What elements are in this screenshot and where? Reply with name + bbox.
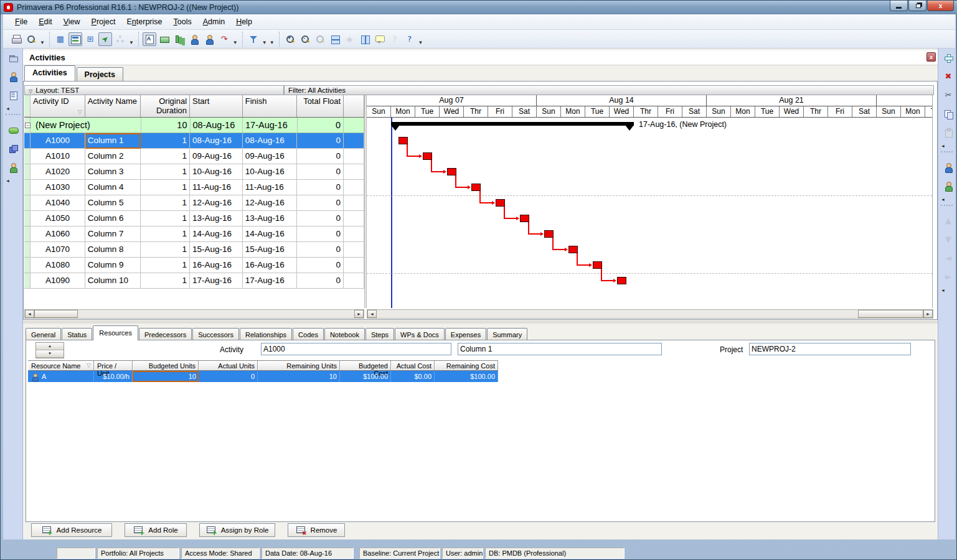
collapse-icon[interactable]: − bbox=[25, 123, 31, 128]
cell-start[interactable]: 12-Aug-16 bbox=[190, 195, 243, 211]
collapse-caret[interactable]: ◄ bbox=[3, 177, 22, 184]
cell-activity-id[interactable]: A1060 bbox=[31, 226, 85, 242]
resource-cell-remaining-units[interactable]: 10 bbox=[258, 371, 340, 382]
cell-total-float[interactable]: 0 bbox=[297, 258, 344, 273]
view-close-icon[interactable]: x bbox=[926, 52, 936, 62]
copy-button[interactable] bbox=[938, 105, 957, 123]
details-splitter[interactable] bbox=[23, 320, 938, 324]
cell-original-duration[interactable]: 1 bbox=[141, 242, 190, 258]
projects-button[interactable] bbox=[3, 49, 23, 67]
grid-column-budgeted-cost[interactable]: Budgeted Cost bbox=[340, 361, 391, 370]
column-header-start[interactable]: Start bbox=[190, 95, 243, 117]
view-dropdown-icon[interactable]: ▼ bbox=[128, 40, 135, 45]
cell-finish[interactable]: 17-Aug-16 bbox=[243, 273, 298, 289]
scroll-right-icon[interactable]: ► bbox=[354, 310, 364, 318]
cell-original-duration[interactable]: 1 bbox=[141, 273, 190, 289]
add-button[interactable] bbox=[938, 49, 957, 67]
cell-total-float[interactable]: 0 bbox=[297, 164, 344, 180]
menu-edit[interactable]: Edit bbox=[33, 16, 58, 28]
menu-file[interactable]: File bbox=[9, 16, 33, 28]
cell-total-float[interactable]: 0 bbox=[297, 180, 344, 195]
details-tab-notebook[interactable]: Notebook bbox=[324, 328, 365, 340]
cell-original-duration[interactable]: 1 bbox=[141, 195, 190, 211]
resource-row[interactable]: A$10.00/h10010$100.00$0.00$100.00 bbox=[28, 371, 498, 382]
print-button[interactable] bbox=[9, 32, 23, 46]
cell-filler[interactable] bbox=[344, 258, 364, 273]
column-header-activity-id[interactable]: Activity ID▽ bbox=[31, 95, 85, 117]
cell-activity-id[interactable]: A1010 bbox=[31, 149, 85, 164]
details-tab-successors[interactable]: Successors bbox=[192, 328, 239, 340]
group-by-button[interactable]: ⊞ bbox=[83, 32, 97, 46]
activity-row-a1060[interactable]: A1060Column 7114-Aug-1614-Aug-160 bbox=[24, 226, 364, 242]
menu-admin[interactable]: Admin bbox=[197, 16, 230, 28]
collapse-caret[interactable]: ◄ bbox=[938, 286, 955, 294]
bottom-dropdown-icon[interactable]: ▼ bbox=[232, 40, 239, 45]
column-header-original-duration[interactable]: Original Duration bbox=[141, 95, 190, 117]
cell-start[interactable]: 14-Aug-16 bbox=[190, 226, 243, 242]
cell-original-duration[interactable]: 1 bbox=[141, 211, 190, 226]
gantt-bar-a1000[interactable] bbox=[398, 137, 408, 144]
cell-activity-name[interactable]: Column 10 bbox=[85, 273, 141, 289]
gantt-day-header[interactable]: SunMonTueWedThrFriSatSunMonTueWedThrFriS… bbox=[367, 106, 932, 118]
resource-cell-budgeted-units[interactable]: 10 bbox=[133, 371, 199, 382]
cell-original-duration[interactable]: 1 bbox=[141, 149, 190, 164]
details-tab-codes[interactable]: Codes bbox=[293, 328, 324, 340]
cell-original-duration[interactable]: 1 bbox=[141, 164, 190, 180]
collapse-caret[interactable]: ◄ bbox=[3, 105, 22, 112]
grid-column-resource-name[interactable]: Resource Name▽ bbox=[28, 361, 94, 370]
assign-resource-button[interactable] bbox=[938, 158, 957, 177]
cell-filler[interactable] bbox=[344, 133, 364, 149]
assign-by-role-button[interactable]: +Assign by Role bbox=[199, 523, 275, 537]
close-button[interactable]: x bbox=[927, 1, 954, 11]
cell-activity-id[interactable]: A1020 bbox=[31, 164, 85, 180]
grid-column-remaining-cost[interactable]: Remaining Cost bbox=[435, 361, 498, 370]
details-tab-expenses[interactable]: Expenses bbox=[445, 328, 486, 340]
menu-view[interactable]: View bbox=[58, 16, 86, 28]
activity-row-a1040[interactable]: A1040Column 5112-Aug-1612-Aug-160 bbox=[24, 195, 364, 211]
resource-cell-budgeted-cost[interactable]: $100.00 bbox=[340, 371, 391, 382]
cell-filler[interactable] bbox=[344, 226, 364, 242]
menu-tools[interactable]: Tools bbox=[168, 16, 197, 28]
cell-original-duration[interactable]: 1 bbox=[141, 133, 190, 149]
grid-column-budgeted-units[interactable]: Budgeted Units bbox=[133, 361, 199, 370]
activity-row-a1080[interactable]: A1080Column 9116-Aug-1616-Aug-160 bbox=[24, 258, 364, 273]
filter-bar-section[interactable]: Filter: All Activities bbox=[284, 85, 934, 95]
resource-cell-price-unit[interactable]: $10.00/h bbox=[94, 371, 133, 382]
print-dropdown-icon[interactable]: ▼ bbox=[39, 40, 46, 45]
cell-original-duration[interactable]: 1 bbox=[141, 180, 190, 195]
activity-row-a1020[interactable]: A1020Column 3110-Aug-1610-Aug-160 bbox=[24, 164, 364, 180]
resources-button[interactable] bbox=[3, 67, 23, 86]
activity-row-a1030[interactable]: A1030Column 4111-Aug-1611-Aug-160 bbox=[24, 180, 364, 195]
cell-finish[interactable]: 10-Aug-16 bbox=[243, 164, 298, 180]
scroll-left-icon[interactable]: ◄ bbox=[25, 310, 34, 318]
add-resource-button[interactable]: +Add Resource bbox=[31, 523, 112, 537]
cell-finish[interactable]: 14-Aug-16 bbox=[243, 226, 298, 242]
restore-button[interactable] bbox=[908, 1, 926, 11]
add-role-button[interactable]: +Add Role bbox=[125, 523, 187, 537]
column-header-filler[interactable] bbox=[344, 95, 364, 117]
cell-activity-name[interactable]: Column 6 bbox=[85, 211, 141, 226]
gantt-bar-a1030[interactable] bbox=[471, 184, 481, 191]
filter-more-dropdown-icon[interactable]: ▼ bbox=[268, 40, 276, 45]
cell-filler[interactable] bbox=[344, 273, 364, 289]
cell-activity-name[interactable]: Column 9 bbox=[85, 258, 141, 273]
cell-filler[interactable] bbox=[344, 242, 364, 258]
gantt-bar-a1070[interactable] bbox=[568, 246, 578, 253]
cell-activity-name[interactable]: Column 8 bbox=[85, 242, 141, 258]
gantt-bar-a1090[interactable] bbox=[617, 277, 626, 284]
cell-original-duration[interactable]: 1 bbox=[141, 258, 190, 273]
cell-total-float[interactable]: 0 bbox=[297, 226, 344, 242]
details-tab-steps[interactable]: Steps bbox=[365, 328, 394, 340]
cell-activity-id[interactable]: A1030 bbox=[31, 180, 85, 195]
resource-usage-button[interactable] bbox=[187, 32, 201, 46]
activity-details-button[interactable]: A bbox=[143, 32, 156, 46]
gantt-bar-a1040[interactable] bbox=[496, 199, 505, 207]
activity-stepper[interactable]: ▲ ▼ bbox=[35, 342, 64, 358]
cell-activity-id[interactable]: A1070 bbox=[31, 242, 85, 258]
menu-enterprise[interactable]: Enterprise bbox=[121, 16, 168, 28]
activity-id-field[interactable]: A1000 bbox=[261, 343, 451, 355]
cell-total-float[interactable]: 0 bbox=[297, 273, 344, 289]
table-horizontal-scrollbar[interactable]: ◄ ► bbox=[24, 309, 364, 319]
cell-activity-id[interactable]: A1080 bbox=[31, 258, 85, 273]
cell-finish[interactable]: 11-Aug-16 bbox=[243, 180, 298, 195]
